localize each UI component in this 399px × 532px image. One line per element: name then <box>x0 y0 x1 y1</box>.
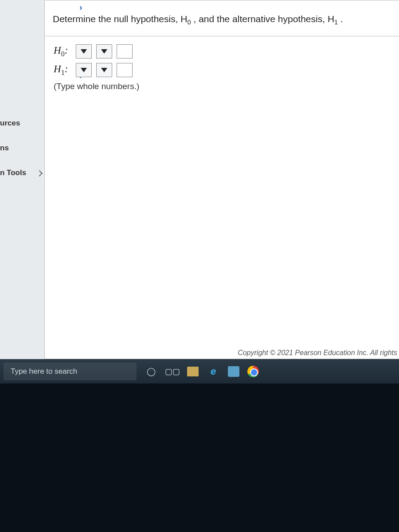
h1-operator-dropdown[interactable] <box>96 63 112 77</box>
sidebar: urces ns n Tools <box>0 0 44 359</box>
h-sub: 0 <box>61 50 65 58</box>
sidebar-item-resources[interactable]: urces <box>0 111 44 136</box>
h0-label: H0: <box>54 45 71 58</box>
h0-symbol: H <box>180 14 187 24</box>
question-prompt: Determine the null hypothesis, H0 , and … <box>45 0 399 36</box>
microsoft-store-icon[interactable] <box>228 366 239 377</box>
answer-area: H0: H1: (Type whole numbers.) <box>45 36 399 96</box>
h-sub: 1 <box>61 69 65 76</box>
sidebar-item-tools[interactable]: n Tools <box>0 160 44 185</box>
cortana-icon[interactable]: ◯ <box>145 365 158 378</box>
prompt-text: Determine the null hypothesis, <box>53 14 180 24</box>
taskbar: ◯ ▢▢ e <box>0 359 399 383</box>
copyright-text: Copyright © 2021 Pearson Education Inc. … <box>238 349 397 357</box>
prompt-text: , and the alternative hypothesis, <box>194 14 328 24</box>
taskbar-search-input[interactable] <box>4 363 137 380</box>
chrome-browser-icon[interactable] <box>247 366 259 377</box>
chevron-down-icon <box>101 49 107 54</box>
h0-sub: 0 <box>188 19 191 26</box>
sidebar-item-ns[interactable]: ns <box>0 136 44 160</box>
h0-param-dropdown[interactable] <box>76 44 92 59</box>
h0-value-input[interactable] <box>117 44 133 59</box>
chevron-right-icon[interactable]: › <box>79 2 82 12</box>
chevron-down-icon <box>101 68 107 72</box>
sidebar-item-label: ns <box>0 144 9 152</box>
prompt-text: . <box>340 14 343 24</box>
hypothesis-row-h0: H0: <box>54 44 395 59</box>
desk-surface <box>0 383 399 532</box>
h1-value-input[interactable] <box>117 63 133 77</box>
colon: : <box>65 45 68 56</box>
main-panel: › › Determine the null hypothesis, H0 , … <box>44 0 399 359</box>
h1-sub: 1 <box>334 19 338 26</box>
edge-browser-icon[interactable]: e <box>207 365 220 378</box>
h0-operator-dropdown[interactable] <box>96 44 112 59</box>
h1-param-dropdown[interactable] <box>76 63 92 77</box>
h-letter: H <box>54 45 61 56</box>
app-area: urces ns n Tools › › Determine the null … <box>0 0 399 359</box>
chevron-down-icon <box>81 49 87 54</box>
task-view-icon[interactable]: ▢▢ <box>166 365 179 378</box>
chevron-down-icon <box>81 68 87 72</box>
chevron-right-icon <box>36 170 43 176</box>
sidebar-item-label: urces <box>0 119 20 127</box>
sidebar-item-label: n Tools <box>0 168 26 177</box>
input-hint: (Type whole numbers.) <box>54 82 395 91</box>
h1-label: H1: <box>54 63 71 77</box>
hypothesis-row-h1: H1: <box>54 63 395 77</box>
h1-symbol: H <box>328 14 334 24</box>
h-letter: H <box>54 63 61 74</box>
colon: : <box>65 63 68 74</box>
file-explorer-icon[interactable] <box>187 367 199 376</box>
